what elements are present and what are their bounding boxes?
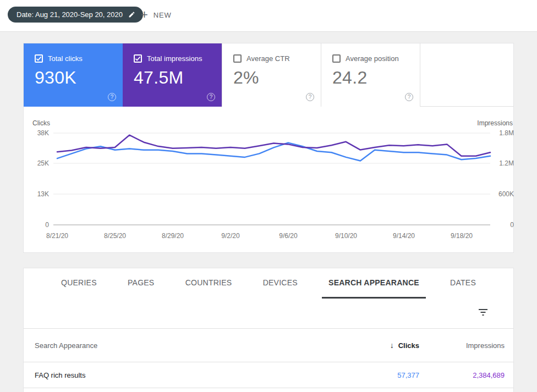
- tab-dates[interactable]: DATES: [443, 268, 483, 299]
- checkbox-icon[interactable]: [233, 54, 242, 63]
- x-axis-tick: 8/21/20: [40, 232, 75, 240]
- date-chip-label: Date: Aug 21, 2020-Sep 20, 2020: [17, 10, 123, 19]
- metric-card-average-ctr[interactable]: Average CTR 2% ?: [222, 43, 321, 107]
- new-button[interactable]: + NEW: [141, 7, 172, 23]
- row-impressions-value: 2,384,689: [419, 371, 505, 379]
- metric-value: 47.5M: [134, 68, 222, 88]
- right-axis-tick: 0: [490, 221, 514, 229]
- date-filter-chip[interactable]: Date: Aug 21, 2020-Sep 20, 2020: [8, 7, 143, 23]
- x-axis-tick: 9/18/20: [444, 232, 479, 240]
- metric-label: Total impressions: [147, 54, 202, 63]
- metric-value: 2%: [233, 68, 321, 88]
- table-row[interactable]: FAQ rich results 57,377 2,384,689: [24, 362, 513, 388]
- dimensions-table-panel: QUERIES PAGES COUNTRIES DEVICES SEARCH A…: [23, 268, 514, 392]
- left-axis-tick: 0: [24, 221, 49, 229]
- left-axis-title: Clicks: [24, 119, 50, 127]
- x-axis-tick: 8/29/20: [155, 232, 190, 240]
- left-axis-tick: 25K: [24, 159, 49, 167]
- right-axis-tick: 1.2M: [490, 159, 514, 167]
- x-axis-tick: 8/25/20: [97, 232, 133, 240]
- metric-cards-row: Total clicks 930K ? Total impressions 47…: [24, 43, 513, 107]
- x-axis-tick: 9/10/20: [328, 232, 364, 240]
- tab-devices[interactable]: DEVICES: [256, 268, 304, 299]
- x-axis-tick: 9/6/20: [271, 232, 306, 240]
- x-axis-tick: 9/14/20: [386, 232, 421, 240]
- row-clicks-value: 57,377: [331, 371, 419, 379]
- tab-search-appearance[interactable]: SEARCH APPEARANCE: [322, 268, 426, 299]
- plus-icon: +: [141, 9, 148, 21]
- metric-card-total-clicks[interactable]: Total clicks 930K ?: [24, 43, 123, 107]
- left-axis-tick: 38K: [24, 129, 49, 137]
- right-axis-tick: 600K: [490, 190, 514, 198]
- metric-card-total-impressions[interactable]: Total impressions 47.5M ?: [123, 43, 222, 107]
- sort-desc-icon: ↓: [390, 341, 394, 350]
- performance-summary-panel: Total clicks 930K ? Total impressions 47…: [23, 43, 514, 253]
- checkbox-icon[interactable]: [35, 54, 43, 63]
- metric-value: 930K: [35, 68, 123, 88]
- help-icon[interactable]: ?: [405, 93, 413, 101]
- filter-icon[interactable]: [478, 308, 488, 318]
- table-toolbar: [24, 299, 513, 329]
- right-axis-title: Impressions: [477, 119, 513, 127]
- metric-card-average-position[interactable]: Average position 24.2 ?: [321, 43, 420, 107]
- edit-pencil-icon[interactable]: [128, 11, 135, 18]
- column-header-search-appearance[interactable]: Search Appearance: [35, 341, 331, 350]
- help-icon[interactable]: ?: [108, 93, 116, 101]
- right-axis-tick: 1.8M: [490, 129, 514, 137]
- left-axis-tick: 13K: [24, 190, 49, 198]
- help-icon[interactable]: ?: [306, 93, 314, 101]
- x-axis-tick: 9/2/20: [213, 232, 248, 240]
- metric-label: Average CTR: [246, 54, 290, 63]
- metric-value: 24.2: [332, 68, 420, 88]
- tab-pages[interactable]: PAGES: [121, 268, 161, 299]
- performance-line-chart: Clicks Impressions 38K 25K 13K 0 1.8M 1.…: [24, 107, 513, 253]
- tab-countries[interactable]: COUNTRIES: [179, 268, 239, 299]
- row-search-appearance: FAQ rich results: [35, 371, 331, 379]
- help-icon[interactable]: ?: [207, 93, 215, 101]
- checkbox-icon[interactable]: [134, 54, 142, 63]
- metric-label: Average position: [346, 54, 399, 63]
- new-button-label: NEW: [154, 11, 172, 19]
- column-header-clicks[interactable]: ↓Clicks: [331, 341, 419, 350]
- tab-queries[interactable]: QUERIES: [54, 268, 103, 299]
- column-header-impressions[interactable]: Impressions: [419, 341, 505, 350]
- metric-label: Total clicks: [48, 54, 83, 63]
- checkbox-icon[interactable]: [332, 54, 341, 63]
- cards-filler: [420, 43, 513, 106]
- top-bar: Date: Aug 21, 2020-Sep 20, 2020 + NEW: [0, 0, 537, 32]
- chart-canvas: [24, 107, 513, 253]
- dimension-tabs: QUERIES PAGES COUNTRIES DEVICES SEARCH A…: [24, 268, 513, 299]
- table-header-row: Search Appearance ↓Clicks Impressions: [24, 329, 513, 362]
